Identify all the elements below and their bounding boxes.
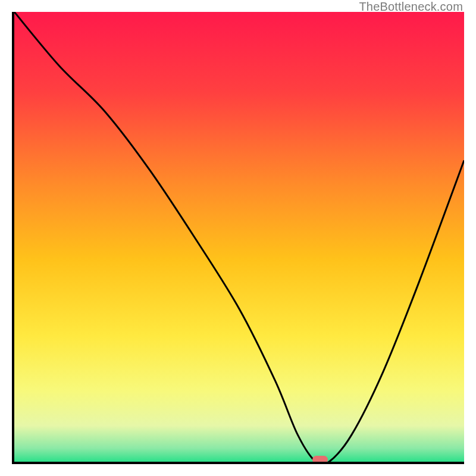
optimal-marker — [312, 456, 328, 464]
chart-container: TheBottleneck.com — [0, 0, 476, 476]
plot-area — [12, 12, 464, 464]
curve-layer — [14, 12, 464, 462]
bottleneck-curve — [14, 12, 464, 462]
